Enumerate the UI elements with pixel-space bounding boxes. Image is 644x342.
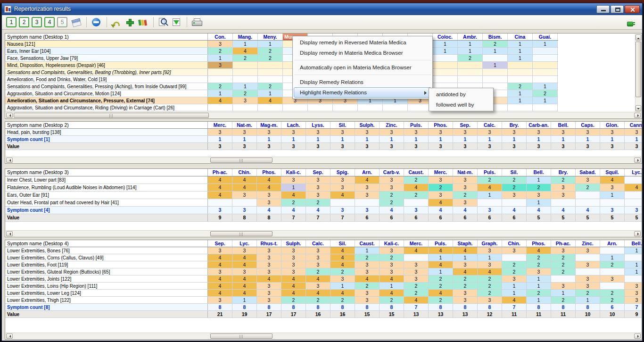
grade-cell[interactable]: 3 (600, 207, 625, 214)
grade-cell[interactable]: 3 (404, 143, 429, 150)
grade-cell[interactable] (533, 76, 558, 83)
menu-item-display-remedy-relations[interactable]: Display Remedy Relations (294, 77, 431, 87)
symptom-name-cell[interactable]: Face, Sensations, Upper Jaw [79] (5, 55, 208, 61)
grade-cell[interactable]: 4 (208, 261, 232, 268)
grade-cell[interactable] (625, 199, 642, 206)
grade-cell[interactable]: 2 (453, 283, 478, 289)
grade-cell[interactable]: 1 (233, 83, 258, 90)
remedy-header-calc[interactable]: Calc. (478, 122, 502, 128)
grade-cell[interactable]: 2 (380, 297, 404, 303)
grade-cell[interactable]: 3 (257, 143, 281, 150)
remedy-header-cina[interactable]: Cina (508, 33, 533, 40)
remedy-header-chin[interactable]: Chin. (502, 240, 527, 247)
remedy-header-squil[interactable]: Squil. (600, 169, 625, 176)
grade-cell[interactable]: 3 (355, 297, 380, 303)
grade-cell[interactable]: 1 (600, 192, 625, 199)
grade-cell[interactable]: 1 (453, 254, 478, 261)
grade-cell[interactable]: 3 (404, 207, 429, 214)
grade-cell[interactable]: 4 (257, 207, 281, 214)
grade-cell[interactable]: 3 (355, 207, 380, 214)
remedy-header-bry[interactable]: Bry. (551, 169, 576, 176)
grade-cell[interactable]: 3 (625, 129, 642, 135)
grade-cell[interactable]: 8 (281, 304, 306, 310)
grade-cell[interactable] (508, 76, 533, 83)
remedy-header-sep[interactable]: Sep. (208, 240, 232, 247)
grade-cell[interactable]: 2 (380, 199, 404, 206)
remedy-header-con[interactable]: Con. (208, 33, 233, 40)
grade-cell[interactable]: 6 (478, 214, 502, 221)
grade-cell[interactable]: 3 (330, 184, 355, 191)
remedy-header-arn[interactable]: Arn. (600, 240, 625, 247)
scroll-left-button[interactable] (6, 334, 13, 339)
grade-cell[interactable]: 4 (232, 261, 257, 268)
grade-cell[interactable] (458, 69, 483, 75)
grade-cell[interactable] (478, 199, 502, 206)
grade-cell[interactable]: 4 (232, 254, 257, 261)
grade-cell[interactable]: 2 (306, 268, 330, 275)
grade-cell[interactable]: 1 (429, 268, 453, 275)
grade-cell[interactable]: 3 (551, 283, 576, 289)
remedy-header-bism[interactable]: Bism. (483, 33, 508, 40)
grade-cell[interactable]: 3 (527, 268, 551, 275)
remedy-header-zinc[interactable]: Zinc. (380, 122, 404, 128)
grade-cell[interactable] (208, 69, 233, 75)
grade-cell[interactable]: 9 (208, 214, 232, 221)
grade-cell[interactable]: 3 (355, 261, 380, 268)
symptom-name-cell[interactable]: Outer Head, Frontal part of head covered… (5, 199, 208, 206)
grade-cell[interactable] (551, 199, 576, 206)
grade-cell[interactable]: 3 (404, 129, 429, 135)
grade-cell[interactable]: 2 (576, 184, 600, 191)
grade-cell[interactable]: 16 (306, 311, 330, 317)
grade-cell[interactable]: 2 (600, 290, 625, 296)
symptom-name-cell[interactable]: Head, pain, bursting [138] (5, 129, 208, 135)
grade-cell[interactable] (576, 268, 600, 275)
grade-cell[interactable]: 4 (478, 268, 502, 275)
grade-cell[interactable]: 1 (527, 297, 551, 303)
remedy-header-sulph[interactable]: Sulph. (355, 122, 380, 128)
grade-cell[interactable]: 3 (453, 199, 478, 206)
grade-cell[interactable]: 2 (478, 283, 502, 289)
grade-cell[interactable]: 1 (429, 254, 453, 261)
remedy-header-coloc[interactable]: Coloc. (433, 33, 458, 40)
desktop-4-button[interactable]: 4 (44, 17, 55, 27)
grade-cell[interactable]: 2 (355, 283, 380, 289)
remedy-header-lyc[interactable]: Lyc. (232, 240, 257, 247)
grade-cell[interactable] (433, 62, 458, 68)
remedy-header-kalic[interactable]: Kali-c. (281, 169, 306, 176)
grade-cell[interactable]: 1 (232, 297, 257, 303)
grade-cell[interactable]: 11 (502, 311, 527, 317)
grade-cell[interactable] (208, 104, 233, 111)
connection-button[interactable] (625, 17, 637, 28)
grade-cell[interactable]: 3 (576, 261, 600, 268)
remedy-header-lach[interactable]: Lach. (281, 122, 306, 128)
grade-cell[interactable]: 2 (281, 199, 306, 206)
grade-cell[interactable]: 2 (527, 261, 551, 268)
grade-cell[interactable]: 3 (478, 261, 502, 268)
remedy-header-puls[interactable]: Puls. (478, 169, 502, 176)
remedy-header-carban[interactable]: Carb-an. (527, 122, 551, 128)
grade-cell[interactable] (232, 199, 257, 206)
grade-cell[interactable]: 1 (433, 41, 458, 47)
title-bar[interactable]: Repertorization results (2, 3, 642, 15)
grade-cell[interactable]: 2 (508, 83, 533, 90)
close-button[interactable] (625, 5, 640, 13)
grade-cell[interactable]: 1 (502, 136, 527, 142)
grade-cell[interactable]: 1 (404, 136, 429, 142)
grade-cell[interactable]: 7 (404, 304, 429, 310)
scroll-thumb[interactable] (210, 334, 272, 339)
remedy-header-meny[interactable]: Meny. (258, 33, 283, 40)
remedy-header-magm[interactable]: Mag-m. (257, 122, 281, 128)
grade-cell[interactable]: 3 (355, 129, 380, 135)
grade-cell[interactable]: 3 (281, 129, 306, 135)
symptom-name-column-header[interactable]: Symptom name (Desktop 2) (5, 122, 208, 128)
grade-cell[interactable]: 4 (429, 207, 453, 214)
grade-cell[interactable]: 2 (208, 48, 233, 54)
horizontal-scrollbar[interactable] (6, 230, 641, 236)
grade-cell[interactable]: 3 (306, 192, 330, 199)
symptom-name-cell[interactable]: Sensations and Complaints, Generalities,… (5, 83, 208, 90)
grade-cell[interactable]: 1 (527, 283, 551, 289)
grade-cell[interactable] (533, 69, 558, 75)
scroll-thumb[interactable] (210, 158, 272, 163)
grade-cell[interactable] (358, 104, 383, 111)
grade-cell[interactable]: 2 (208, 83, 233, 90)
